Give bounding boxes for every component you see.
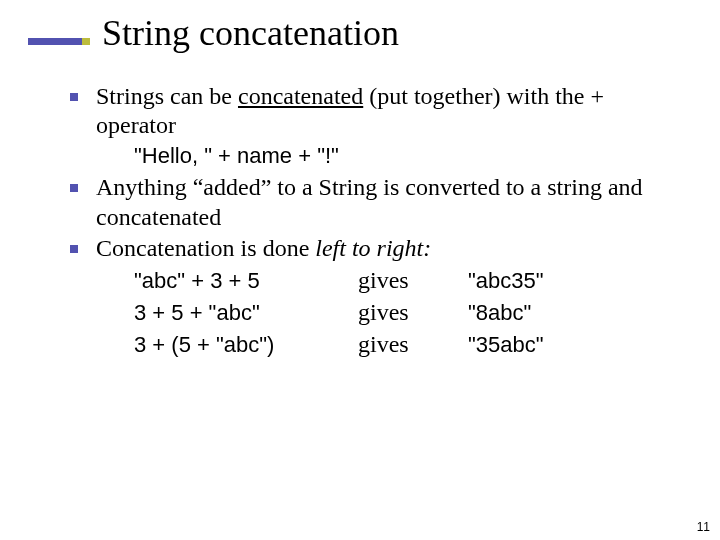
- slide-content: Strings can be concatenated (put togethe…: [70, 82, 680, 360]
- example-result: "8abc": [468, 298, 531, 327]
- example-gives: gives: [358, 265, 468, 297]
- example-result: "abc35": [468, 266, 544, 295]
- bullet-text: Strings can be concatenated (put togethe…: [96, 82, 680, 141]
- text-fragment: Strings can be: [96, 83, 238, 109]
- example-expression: "abc" + 3 + 5: [134, 266, 358, 295]
- example-row: 3 + (5 + "abc") gives "35abc": [134, 329, 680, 361]
- bullet-item: Anything “added” to a String is converte…: [70, 173, 680, 232]
- title-accent-bar: [28, 38, 82, 45]
- bullet-item: Strings can be concatenated (put togethe…: [70, 82, 680, 141]
- bullet-square-icon: [70, 245, 78, 253]
- bullet-square-icon: [70, 184, 78, 192]
- example-row: "abc" + 3 + 5 gives "abc35": [134, 265, 680, 297]
- text-fragment: Concatenation is done: [96, 235, 315, 261]
- underlined-word: concatenated: [238, 83, 363, 109]
- example-gives: gives: [358, 329, 468, 361]
- bullet-square-icon: [70, 93, 78, 101]
- example-expression: 3 + 5 + "abc": [134, 298, 358, 327]
- slide-title: String concatenation: [102, 12, 399, 54]
- example-table: "abc" + 3 + 5 gives "abc35" 3 + 5 + "abc…: [134, 265, 680, 360]
- bullet-text: Anything “added” to a String is converte…: [96, 173, 680, 232]
- example-gives: gives: [358, 297, 468, 329]
- bullet-text: Concatenation is done left to right:: [96, 234, 680, 263]
- example-result: "35abc": [468, 330, 544, 359]
- bullet-item: Concatenation is done left to right:: [70, 234, 680, 263]
- page-number: 11: [697, 520, 710, 534]
- italic-phrase: left to right:: [315, 235, 431, 261]
- code-example: "Hello, " + name + "!": [134, 143, 680, 170]
- example-expression: 3 + (5 + "abc"): [134, 330, 358, 359]
- example-row: 3 + 5 + "abc" gives "8abc": [134, 297, 680, 329]
